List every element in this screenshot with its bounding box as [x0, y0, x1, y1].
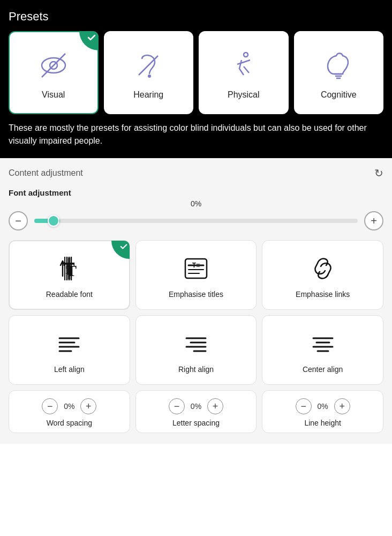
word-spacing-decrease[interactable]: −	[42, 398, 58, 414]
spacing-card-word: − 0% + Word spacing	[9, 390, 130, 433]
check-badge-visual	[79, 31, 99, 50]
refresh-button[interactable]: ↻	[374, 167, 383, 180]
preset-card-cognitive[interactable]: Cognitive	[294, 31, 384, 114]
letter-spacing-value: 0%	[188, 402, 204, 411]
cognitive-icon	[321, 48, 356, 85]
svg-text:T≡: T≡	[192, 262, 200, 269]
readable-font-icon: T T T	[55, 255, 83, 285]
center-align-icon	[309, 330, 337, 360]
svg-line-6	[237, 60, 250, 64]
content-adjustment-title: Content adjustment	[9, 168, 83, 178]
preset-card-hearing[interactable]: Hearing	[104, 31, 194, 114]
section-header: Content adjustment ↻	[9, 167, 383, 180]
emphasise-links-label: Emphasise links	[296, 290, 350, 299]
line-height-increase[interactable]: +	[334, 398, 350, 414]
right-align-label: Right align	[178, 365, 214, 374]
font-increase-button[interactable]: +	[364, 211, 383, 230]
check-badge-readable-font	[111, 241, 130, 259]
physical-icon	[227, 48, 261, 85]
svg-text:T: T	[66, 262, 77, 279]
emphasise-titles-label: Emphasise titles	[169, 290, 223, 299]
content-card-emphasise-titles[interactable]: T≡ Emphasise titles	[135, 240, 257, 310]
word-spacing-value: 0%	[61, 402, 77, 411]
content-card-right-align[interactable]: Right align	[135, 315, 257, 385]
emphasise-links-icon	[309, 255, 337, 285]
line-height-controls: − 0% +	[296, 398, 350, 414]
letter-spacing-controls: − 0% +	[169, 398, 223, 414]
top-section: Presets Visual	[0, 0, 392, 158]
center-align-label: Center align	[303, 365, 343, 374]
presets-title: Presets	[9, 10, 383, 24]
line-height-value: 0%	[315, 402, 331, 411]
font-slider-thumb[interactable]	[48, 215, 59, 227]
letter-spacing-decrease[interactable]: −	[169, 398, 185, 414]
emphasise-titles-icon: T≡	[182, 255, 210, 285]
preset-card-visual[interactable]: Visual	[9, 31, 99, 114]
font-adj-label: Font adjustment	[9, 188, 383, 197]
preset-label-hearing: Hearing	[133, 90, 163, 100]
spacing-card-line-height: − 0% + Line height	[262, 390, 383, 433]
line-height-decrease[interactable]: −	[296, 398, 312, 414]
preset-card-physical[interactable]: Physical	[199, 31, 289, 114]
word-spacing-label: Word spacing	[47, 419, 92, 427]
word-spacing-controls: − 0% +	[42, 398, 96, 414]
letter-spacing-label: Letter spacing	[172, 419, 220, 427]
spacing-grid: − 0% + Word spacing − 0% + Letter spacin…	[9, 390, 383, 433]
font-adj-value: 0%	[9, 199, 383, 208]
visual-icon	[36, 48, 71, 85]
content-card-left-align[interactable]: Left align	[9, 315, 130, 385]
content-card-readable-font[interactable]: T T T Readable font	[9, 240, 130, 310]
font-adjustment: Font adjustment 0% − +	[9, 188, 383, 230]
content-card-center-align[interactable]: Center align	[262, 315, 383, 385]
preset-description: These are mostly the presets for assisti…	[9, 122, 383, 147]
content-card-emphasise-links[interactable]: Emphasise links	[262, 240, 383, 310]
readable-font-label: Readable font	[46, 290, 93, 299]
preset-label-visual: Visual	[42, 90, 65, 100]
bottom-section: Content adjustment ↻ Font adjustment 0% …	[0, 158, 392, 444]
content-grid: T T T Readable font	[9, 240, 383, 385]
preset-label-physical: Physical	[228, 90, 260, 100]
slider-row: − +	[9, 211, 383, 230]
svg-point-5	[244, 53, 248, 57]
word-spacing-increase[interactable]: +	[80, 398, 96, 414]
letter-spacing-increase[interactable]: +	[207, 398, 223, 414]
line-height-label: Line height	[304, 419, 341, 427]
font-decrease-button[interactable]: −	[9, 211, 28, 230]
preset-label-cognitive: Cognitive	[321, 90, 357, 100]
spacing-card-letter: − 0% + Letter spacing	[135, 390, 257, 433]
hearing-icon	[131, 48, 165, 85]
svg-line-2	[42, 54, 65, 77]
left-align-icon	[55, 330, 83, 360]
font-slider-track[interactable]	[34, 219, 358, 223]
svg-point-3	[148, 75, 151, 78]
right-align-icon	[182, 330, 210, 360]
preset-cards: Visual Hearing	[9, 31, 383, 114]
left-align-label: Left align	[54, 365, 85, 374]
